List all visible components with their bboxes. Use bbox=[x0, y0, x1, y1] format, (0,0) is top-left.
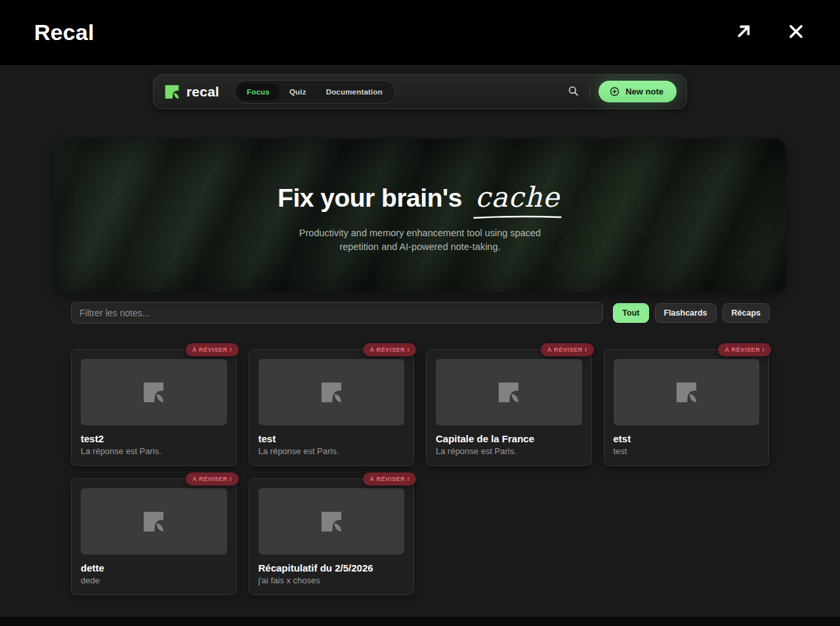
note-thumbnail bbox=[614, 359, 760, 425]
note-subtitle: j'ai fais x choses bbox=[259, 575, 405, 585]
external-link-button[interactable] bbox=[731, 20, 756, 45]
close-icon bbox=[786, 21, 807, 44]
note-title: Capitale de la France bbox=[436, 433, 582, 444]
filter-recaps-button[interactable]: Récaps bbox=[723, 303, 770, 323]
tab-quiz[interactable]: Quiz bbox=[280, 83, 316, 100]
recal-window: Recal recal Focus bbox=[0, 0, 840, 626]
recal-logo-placeholder-icon bbox=[674, 380, 699, 405]
brand-name: recal bbox=[186, 84, 219, 100]
note-card[interactable]: À RÉVISER ! test2 La réponse est Paris. bbox=[71, 349, 237, 466]
filter-notes-input[interactable] bbox=[71, 302, 603, 323]
hero-title: Fix your brain's cache bbox=[278, 181, 562, 213]
recal-logo-placeholder-icon bbox=[141, 509, 166, 534]
tab-documentation[interactable]: Documentation bbox=[316, 83, 392, 100]
note-title: etst bbox=[614, 433, 760, 444]
recal-logo-placeholder-icon bbox=[319, 380, 344, 405]
external-link-icon bbox=[732, 20, 755, 45]
filter-buttons: Tout Flashcards Récaps bbox=[613, 303, 770, 323]
recal-logo-icon bbox=[163, 83, 180, 100]
nav-tabs: Focus Quiz Documentation bbox=[234, 80, 396, 104]
note-thumbnail bbox=[259, 488, 405, 554]
hero-title-accent: cache bbox=[472, 181, 562, 213]
note-thumbnail bbox=[81, 359, 227, 425]
to-review-badge: À RÉVISER ! bbox=[363, 472, 416, 486]
note-subtitle: La réponse est Paris. bbox=[81, 446, 227, 456]
hero-title-main: Fix your brain's bbox=[278, 184, 462, 213]
new-note-label: New note bbox=[625, 87, 663, 96]
recal-logo-placeholder-icon bbox=[319, 509, 344, 534]
to-review-badge: À RÉVISER ! bbox=[541, 343, 594, 356]
note-card[interactable]: À RÉVISER ! etst test bbox=[604, 349, 770, 466]
app-navbar: recal Focus Quiz Documentation N bbox=[153, 74, 687, 109]
filter-row: Tout Flashcards Récaps bbox=[71, 302, 770, 323]
app-content: recal Focus Quiz Documentation N bbox=[0, 65, 840, 617]
note-subtitle: La réponse est Paris. bbox=[259, 446, 405, 456]
note-title: test2 bbox=[81, 433, 227, 444]
to-review-badge: À RÉVISER ! bbox=[363, 343, 416, 356]
note-subtitle: La réponse est Paris. bbox=[436, 446, 582, 456]
window-title: Recal bbox=[34, 20, 94, 45]
notes-grid: À RÉVISER ! test2 La réponse est Paris. … bbox=[71, 349, 769, 595]
hero-banner: Fix your brain's cache Productivity and … bbox=[54, 139, 786, 292]
note-title: Récapitulatif du 2/5/2026 bbox=[259, 562, 405, 574]
note-card[interactable]: À RÉVISER ! Capitale de la France La rép… bbox=[426, 349, 592, 466]
close-button[interactable] bbox=[784, 20, 808, 45]
recal-logo-placeholder-icon bbox=[496, 380, 521, 405]
note-card[interactable]: À RÉVISER ! Récapitulatif du 2/5/2026 j'… bbox=[249, 478, 415, 595]
to-review-badge: À RÉVISER ! bbox=[186, 472, 239, 486]
note-thumbnail bbox=[259, 359, 405, 425]
navbar-right: New note bbox=[566, 81, 677, 102]
note-thumbnail bbox=[436, 359, 582, 425]
search-button[interactable] bbox=[566, 83, 581, 100]
filter-tout-button[interactable]: Tout bbox=[613, 303, 648, 323]
plus-circle-icon bbox=[609, 86, 620, 97]
to-review-badge: À RÉVISER ! bbox=[718, 343, 771, 356]
titlebar-actions bbox=[731, 20, 808, 45]
new-note-button[interactable]: New note bbox=[598, 81, 677, 102]
note-title: test bbox=[259, 433, 405, 444]
to-review-badge: À RÉVISER ! bbox=[186, 343, 239, 356]
search-icon bbox=[567, 85, 579, 99]
brand-home-link[interactable]: recal bbox=[163, 83, 219, 100]
hand-drawn-underline bbox=[472, 215, 562, 220]
hero-subtitle: Productivity and memory enhancement tool… bbox=[299, 226, 541, 254]
note-thumbnail bbox=[81, 488, 227, 554]
note-card[interactable]: À RÉVISER ! test La réponse est Paris. bbox=[249, 349, 415, 466]
note-subtitle: dede bbox=[81, 575, 227, 585]
recal-logo-placeholder-icon bbox=[141, 380, 166, 405]
filter-flashcards-button[interactable]: Flashcards bbox=[655, 303, 717, 323]
note-subtitle: test bbox=[614, 446, 760, 456]
window-titlebar: Recal bbox=[0, 0, 840, 65]
bottom-band bbox=[0, 617, 840, 626]
note-card[interactable]: À RÉVISER ! dette dede bbox=[71, 478, 237, 595]
note-title: dette bbox=[81, 562, 227, 574]
navbar-divider bbox=[589, 86, 590, 98]
tab-focus[interactable]: Focus bbox=[237, 83, 280, 100]
